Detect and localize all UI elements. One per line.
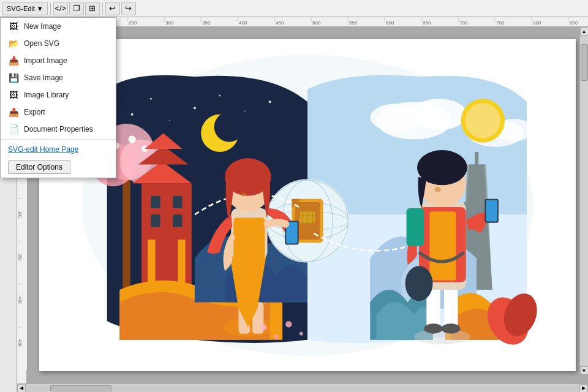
right-scrollbar: ▲ ▼ Layers: [579, 27, 588, 375]
svg-point-66: [129, 135, 136, 143]
menu-item-import-image[interactable]: 📥 Import Image: [1, 52, 116, 69]
svg-rect-77: [173, 214, 182, 227]
bottom-scrollbar: ◀ ▶: [17, 383, 588, 392]
svg-edit-menu-label: SVG-Edit: [7, 5, 35, 12]
svg-text:550: 550: [349, 20, 358, 26]
svg-rect-74: [151, 196, 160, 208]
open-svg-icon: 📂: [8, 38, 19, 49]
scroll-right-btn[interactable]: ▶: [579, 384, 588, 393]
h-scroll-track: [26, 385, 579, 391]
menu-item-save-image-label: Save Image: [24, 74, 63, 82]
svg-text:400: 400: [18, 296, 22, 304]
illustration-svg: [39, 39, 576, 371]
svg-point-59: [214, 112, 244, 142]
svg-text:800: 800: [533, 20, 541, 26]
toolbar-separator-1: [50, 2, 51, 15]
svg-rect-118: [444, 284, 458, 328]
svg-point-55: [219, 95, 221, 97]
clone-btn[interactable]: ❐: [69, 2, 84, 15]
menu-item-new-image[interactable]: 🖼 New Image: [1, 18, 116, 35]
code-view-btn[interactable]: </>: [53, 2, 68, 15]
undo-btn[interactable]: ↩: [105, 2, 120, 15]
svg-rect-110: [233, 217, 265, 258]
menu-item-export[interactable]: 📤 Export: [1, 104, 116, 121]
svg-rect-123: [429, 211, 456, 280]
svg-point-52: [150, 98, 152, 100]
menu-item-new-image-label: New Image: [24, 22, 61, 31]
svg-text:750: 750: [496, 20, 505, 26]
grid-btn[interactable]: ⊞: [85, 2, 100, 15]
menu-item-save-image[interactable]: 💾 Save Image: [1, 69, 116, 86]
svg-text:350: 350: [202, 20, 211, 26]
svg-point-51: [131, 113, 134, 116]
svg-text:400: 400: [239, 20, 247, 26]
svg-point-129: [435, 187, 441, 192]
svg-point-134: [300, 332, 303, 336]
svg-point-131: [260, 324, 266, 330]
svg-rect-76: [151, 214, 160, 227]
main-toolbar: SVG-Edit ▼ </> ❐ ⊞ ↩ ↪: [0, 0, 588, 17]
export-icon: 📤: [8, 107, 19, 118]
scroll-down-btn[interactable]: ▼: [580, 366, 589, 375]
toolbar-separator-2: [102, 2, 103, 15]
svg-point-120: [442, 323, 461, 333]
scroll-track: [580, 36, 588, 366]
dropdown-menu: 🖼 New Image 📂 Open SVG 📥 Import Image 💾 …: [0, 17, 116, 178]
svg-text:450: 450: [18, 339, 22, 347]
scroll-left-btn[interactable]: ◀: [17, 384, 26, 393]
save-image-icon: 💾: [8, 72, 19, 83]
svg-text:300: 300: [18, 211, 22, 218]
menu-item-export-label: Export: [24, 108, 45, 116]
h-scroll-thumb[interactable]: [50, 385, 111, 391]
svg-point-53: [169, 120, 170, 121]
scroll-thumb[interactable]: [581, 44, 588, 81]
menu-item-image-library-label: Image Library: [24, 91, 69, 99]
svg-text:450: 450: [276, 20, 284, 26]
svg-text:350: 350: [18, 254, 22, 261]
menu-separator: [1, 139, 116, 140]
svg-point-133: [285, 321, 292, 327]
svg-text:650: 650: [423, 20, 431, 26]
editor-options-btn[interactable]: Editor Options: [8, 160, 70, 174]
menu-item-image-library[interactable]: 🖼 Image Library: [1, 86, 116, 104]
svg-text:700: 700: [459, 20, 468, 26]
svg-point-124: [405, 266, 433, 301]
redo-btn[interactable]: ↪: [121, 2, 136, 15]
svg-rect-126: [486, 200, 497, 222]
svg-point-116: [414, 329, 470, 344]
svg-text:850: 850: [570, 20, 578, 26]
svg-point-57: [269, 100, 271, 103]
svg-edit-home-link[interactable]: SVG-edit Home Page: [1, 141, 116, 158]
menu-item-document-properties-label: Document Properties: [24, 125, 93, 134]
svg-point-56: [244, 111, 246, 112]
svg-point-119: [424, 323, 443, 333]
scroll-up-btn[interactable]: ▲: [580, 27, 589, 36]
svg-point-115: [241, 193, 246, 197]
svg-point-132: [274, 334, 279, 339]
svg-edit-menu-btn[interactable]: SVG-Edit ▼: [2, 2, 48, 15]
svg-point-84: [466, 103, 500, 138]
import-image-icon: 📥: [8, 55, 19, 66]
svg-text:250: 250: [129, 20, 137, 26]
svg-point-80: [370, 104, 420, 131]
canvas-bg: [39, 39, 576, 371]
new-image-icon: 🖼: [8, 21, 19, 32]
svg-rect-130: [407, 208, 424, 246]
image-library-icon: 🖼: [8, 89, 19, 100]
menu-item-document-properties[interactable]: 📄 Document Properties: [1, 121, 116, 138]
menu-item-import-image-label: Import Image: [24, 56, 67, 65]
svg-text:300: 300: [165, 20, 174, 26]
menu-item-open-svg-label: Open SVG: [24, 39, 59, 48]
svg-point-54: [194, 107, 196, 109]
document-properties-icon: 📄: [8, 124, 19, 135]
svg-text:600: 600: [386, 20, 394, 26]
svg-text:500: 500: [312, 20, 321, 26]
menu-item-open-svg[interactable]: 📂 Open SVG: [1, 35, 116, 52]
svg-rect-75: [173, 196, 182, 208]
svg-rect-90: [475, 152, 478, 168]
